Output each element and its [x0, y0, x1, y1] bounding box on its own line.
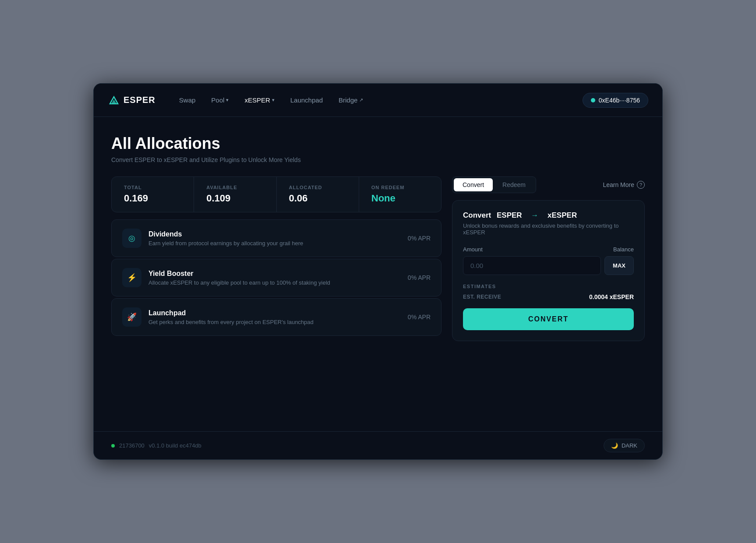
- yield-booster-icon: ⚡: [122, 268, 141, 287]
- footer: 21736700 v0.1.0 build ec474db 🌙 DARK: [94, 431, 662, 459]
- allocation-yield-booster[interactable]: ⚡ Yield Booster Allocate xESPER to any e…: [111, 259, 442, 296]
- block-number: 21736700: [119, 442, 145, 449]
- amount-row: Amount Balance: [463, 246, 634, 253]
- wallet-address: 0xE46b····8756: [599, 97, 640, 104]
- page-title: All Allocations: [111, 134, 645, 153]
- logo-text: ESPER: [124, 95, 155, 105]
- nav-item-swap[interactable]: Swap: [173, 93, 202, 107]
- nav-item-pool[interactable]: Pool ▾: [205, 93, 235, 107]
- max-button[interactable]: MAX: [604, 256, 634, 275]
- stat-total: TOTAL 0.169: [112, 177, 194, 212]
- convert-header-row: Convert Redeem Learn More ?: [452, 176, 645, 193]
- stat-available: AVAILABLE 0.109: [194, 177, 276, 212]
- dividends-icon: ◎: [122, 229, 141, 248]
- balance-label: Balance: [613, 246, 634, 253]
- amount-label: Amount: [463, 246, 483, 253]
- tab-redeem[interactable]: Redeem: [494, 178, 534, 191]
- logo-icon: [108, 94, 120, 106]
- wallet-button[interactable]: 0xE46b····8756: [583, 93, 648, 108]
- yield-booster-info: Yield Booster Allocate xESPER to any eli…: [148, 270, 401, 286]
- allocation-dividends[interactable]: ◎ Dividends Earn yield from protocol ear…: [111, 219, 442, 257]
- tab-group: Convert Redeem: [452, 176, 536, 193]
- logo: ESPER: [108, 94, 155, 106]
- bridge-external-icon: ↗: [359, 97, 363, 103]
- est-receive-value: 0.0004 xESPER: [589, 293, 634, 300]
- app-window: ESPER Swap Pool ▾ xESPER ▾ Launchpad Bri…: [93, 83, 663, 460]
- dividends-info: Dividends Earn yield from protocol earni…: [148, 230, 401, 247]
- estimates-title: ESTIMATES: [463, 284, 634, 289]
- allocation-launchpad[interactable]: 🚀 Launchpad Get perks and benefits from …: [111, 298, 442, 336]
- stats-bar: TOTAL 0.169 AVAILABLE 0.109 ALLOCATED 0.…: [111, 176, 442, 212]
- version-text: v0.1.0 build ec474db: [149, 442, 201, 449]
- est-receive-row: EST. RECEIVE 0.0004 xESPER: [463, 293, 634, 300]
- amount-input-row: MAX: [463, 256, 634, 275]
- page-subtitle: Convert ESPER to xESPER and Utilize Plug…: [111, 156, 645, 163]
- arrow-icon: →: [531, 211, 538, 220]
- main-content: All Allocations Convert ESPER to xESPER …: [94, 117, 662, 431]
- estimates-section: ESTIMATES EST. RECEIVE 0.0004 xESPER: [463, 284, 634, 300]
- allocation-list: ◎ Dividends Earn yield from protocol ear…: [111, 219, 442, 336]
- moon-icon: 🌙: [611, 442, 618, 449]
- launchpad-icon: 🚀: [122, 307, 141, 327]
- nav-item-xesper[interactable]: xESPER ▾: [238, 93, 280, 107]
- convert-card-title: Convert ESPER → xESPER: [463, 211, 634, 220]
- network-status-dot: [111, 444, 115, 448]
- xesper-chevron-icon: ▾: [272, 97, 275, 103]
- learn-more-link[interactable]: Learn More ?: [603, 181, 645, 189]
- stat-on-redeem: ON REDEEM None: [359, 177, 441, 212]
- pool-chevron-icon: ▾: [226, 97, 229, 103]
- theme-toggle-button[interactable]: 🌙 DARK: [604, 439, 645, 452]
- info-icon: ?: [637, 181, 645, 189]
- convert-card-subtitle: Unlock bonus rewards and exclusive benef…: [463, 222, 634, 236]
- content-row: TOTAL 0.169 AVAILABLE 0.109 ALLOCATED 0.…: [111, 176, 645, 423]
- footer-left: 21736700 v0.1.0 build ec474db: [111, 442, 201, 449]
- est-receive-label: EST. RECEIVE: [463, 294, 501, 300]
- header: ESPER Swap Pool ▾ xESPER ▾ Launchpad Bri…: [94, 84, 662, 117]
- launchpad-info: Launchpad Get perks and benefits from ev…: [148, 309, 401, 325]
- nav-item-bridge[interactable]: Bridge ↗: [332, 93, 369, 107]
- right-panel: Convert Redeem Learn More ? Convert ESPE…: [452, 176, 645, 423]
- wallet-status-dot: [591, 98, 595, 102]
- convert-card: Convert ESPER → xESPER Unlock bonus rewa…: [452, 200, 645, 341]
- nav-item-launchpad[interactable]: Launchpad: [284, 93, 329, 107]
- tab-convert[interactable]: Convert: [454, 178, 493, 191]
- amount-input[interactable]: [463, 256, 601, 275]
- main-nav: Swap Pool ▾ xESPER ▾ Launchpad Bridge ↗: [173, 93, 583, 107]
- stat-allocated: ALLOCATED 0.06: [277, 177, 359, 212]
- convert-button[interactable]: CONVERT: [463, 308, 634, 330]
- left-panel: TOTAL 0.169 AVAILABLE 0.109 ALLOCATED 0.…: [111, 176, 442, 423]
